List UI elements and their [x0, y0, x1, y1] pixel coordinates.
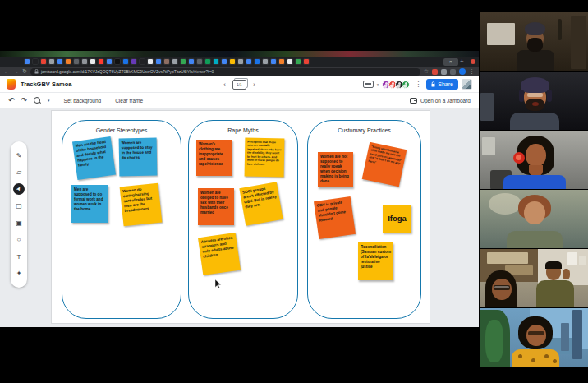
next-frame-button[interactable]: ›: [253, 81, 255, 89]
reload-icon[interactable]: ↻: [22, 67, 27, 76]
window-controls[interactable]: [3, 60, 19, 64]
browser-tab[interactable]: [188, 58, 195, 65]
browser-tab[interactable]: [131, 58, 137, 65]
participant-short-hair-woman-video-tile[interactable]: [480, 190, 588, 248]
browser-tab[interactable]: [147, 58, 154, 65]
laser-tool[interactable]: ✦: [13, 268, 25, 279]
sticky-note[interactable]: GBV is private and people shouldn't come…: [314, 196, 356, 239]
share-button[interactable]: Share: [426, 79, 458, 90]
browser-tab[interactable]: [180, 58, 186, 65]
sticky-note[interactable]: Ifoga: [383, 205, 411, 233]
zoom-icon[interactable]: [34, 97, 41, 104]
participant-flower-woman-video-tile[interactable]: [480, 131, 588, 189]
pen-tool[interactable]: ✎: [13, 150, 25, 161]
browser-tab[interactable]: [246, 58, 252, 65]
browser-menu-icon[interactable]: ⋮: [469, 67, 475, 76]
browser-tab[interactable]: [229, 58, 236, 65]
participant-yellow-top-woman-video-tile[interactable]: [480, 308, 588, 367]
sticky-note[interactable]: Women are obliged to have sex with their…: [198, 188, 234, 225]
browser-tab[interactable]: [155, 58, 162, 65]
browser-tab[interactable]: [237, 58, 244, 65]
extension-icon[interactable]: [432, 69, 438, 75]
browser-tab[interactable]: [254, 58, 260, 65]
image-tool[interactable]: ▣: [13, 217, 25, 228]
sticky-note[interactable]: Women's clothing are inappropriate and c…: [196, 140, 232, 176]
sticky-note[interactable]: SOGI groups aren't affected by GBV. But …: [239, 182, 283, 225]
account-avatar[interactable]: [462, 79, 472, 90]
browser-tab[interactable]: [40, 58, 47, 65]
browser-tab[interactable]: [204, 58, 211, 65]
frame-chooser-button[interactable]: 1/1: [232, 80, 246, 90]
more-menu-icon[interactable]: ⋮: [413, 81, 423, 88]
present-caret-icon[interactable]: ▾: [377, 82, 379, 87]
eraser-tool[interactable]: ▱: [13, 167, 25, 178]
sticky-note[interactable]: "Being smacked as a child made me into t…: [362, 142, 407, 187]
textbox-tool[interactable]: T: [13, 251, 25, 262]
sticky-note[interactable]: Abusers are often strangers and only adu…: [198, 233, 241, 275]
open-on-jamboard-button[interactable]: Open on a Jamboard: [420, 98, 471, 104]
maximize-window-button[interactable]: [15, 60, 19, 64]
address-input[interactable]: jamboard.google.com/d/17KVJzQOQT6UyZT0Bk…: [30, 68, 420, 76]
browser-tab[interactable]: [295, 58, 301, 65]
browser-tab[interactable]: [114, 58, 121, 65]
browser-tab[interactable]: [32, 58, 39, 65]
undo-icon[interactable]: ↶: [8, 93, 15, 108]
browser-tab[interactable]: [98, 58, 104, 65]
browser-tab[interactable]: [213, 58, 219, 65]
previous-frame-button[interactable]: ‹: [223, 81, 226, 89]
browser-tab[interactable]: [163, 58, 170, 65]
active-tab[interactable]: ×: [443, 58, 458, 66]
minimize-icon[interactable]: –: [466, 57, 469, 67]
sticky-note[interactable]: Women are not supposed to really speak w…: [318, 152, 353, 187]
browser-tab[interactable]: [172, 58, 178, 65]
browser-tab[interactable]: [303, 58, 310, 65]
set-background-button[interactable]: Set background: [64, 98, 102, 104]
forward-icon[interactable]: →: [13, 67, 19, 76]
bookmark-star-icon[interactable]: ☆: [424, 67, 429, 76]
browser-tab[interactable]: [81, 58, 88, 65]
browser-tab[interactable]: [270, 58, 277, 65]
jamboard-logo-icon[interactable]: [7, 79, 16, 90]
sticky-note[interactable]: Men are the head of the household and de…: [72, 136, 116, 180]
browser-tab[interactable]: [278, 58, 285, 65]
redo-icon[interactable]: ↷: [21, 93, 28, 108]
extension-icon[interactable]: [450, 69, 456, 75]
tab-strip[interactable]: [24, 58, 442, 65]
participant-beanie-man-video-tile[interactable]: [480, 72, 588, 130]
select-tool[interactable]: ➤: [13, 183, 25, 195]
shape-tool[interactable]: ○: [13, 234, 25, 246]
browser-tab[interactable]: [90, 58, 96, 65]
sticky-note[interactable]: Men are supposed to do formal work and w…: [71, 185, 108, 223]
present-icon[interactable]: [363, 81, 374, 88]
clear-frame-button[interactable]: Clear frame: [115, 98, 143, 104]
browser-tab[interactable]: [65, 58, 71, 65]
browser-tab[interactable]: [106, 58, 113, 65]
close-icon[interactable]: [471, 59, 475, 64]
minimize-window-button[interactable]: [9, 60, 13, 64]
browser-tab[interactable]: [287, 58, 293, 65]
browser-tab[interactable]: [221, 58, 227, 65]
sticky-note[interactable]: Women do caring/nursing sort of roles bu…: [120, 183, 163, 227]
sticky-note[interactable]: Perception that those who are mentally i…: [245, 138, 285, 178]
browser-tab[interactable]: [73, 58, 80, 65]
video-detail: [518, 354, 522, 358]
sticky-note[interactable]: Women are supposed to stay in the house …: [119, 138, 158, 177]
browser-tab[interactable]: [196, 58, 203, 65]
sticky-note[interactable]: Reconciliation (Samoan custom of fa'alel…: [358, 242, 393, 280]
browser-tab[interactable]: [262, 58, 269, 65]
participant-office-pair-video-tile[interactable]: [480, 249, 588, 307]
browser-profile-avatar[interactable]: [459, 68, 466, 75]
browser-tab[interactable]: [139, 58, 145, 65]
browser-tab[interactable]: [57, 58, 63, 65]
browser-tab[interactable]: [48, 58, 55, 65]
zoom-caret-icon[interactable]: ▾: [48, 98, 50, 103]
close-window-button[interactable]: [3, 60, 7, 64]
back-icon[interactable]: ←: [4, 67, 10, 76]
new-tab-button[interactable]: +: [460, 57, 464, 67]
extensions-puzzle-icon[interactable]: [441, 69, 447, 75]
sticky-note-tool[interactable]: ▢: [13, 201, 25, 212]
browser-tab[interactable]: [24, 58, 30, 65]
browser-tab[interactable]: [122, 58, 129, 65]
video-detail: [507, 231, 563, 248]
participant-turban-man-video-tile[interactable]: [480, 12, 588, 71]
